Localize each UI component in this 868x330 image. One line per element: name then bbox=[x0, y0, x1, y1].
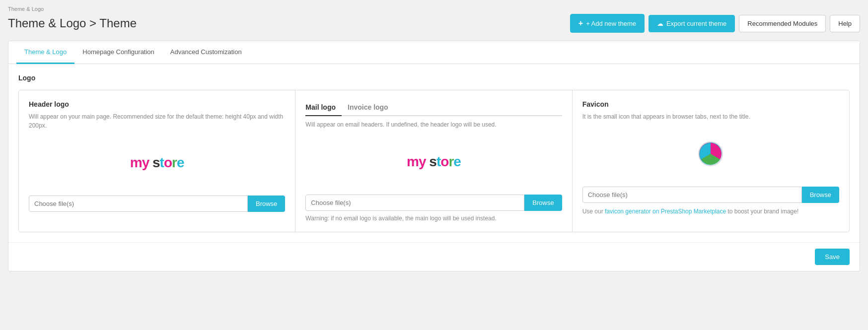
card-body: Logo Header logo Will appear on your mai… bbox=[8, 64, 860, 242]
header-logo-file-input[interactable] bbox=[29, 196, 248, 212]
tab-mail-logo[interactable]: Mail logo bbox=[305, 100, 342, 116]
mail-logo-browse-button[interactable]: Browse bbox=[524, 195, 562, 211]
add-theme-button[interactable]: + + Add new theme bbox=[570, 14, 645, 33]
header-logo-browse-button[interactable]: Browse bbox=[248, 196, 285, 212]
favicon-preview bbox=[582, 129, 839, 179]
page-title: Theme & Logo > Theme bbox=[8, 16, 137, 30]
help-button[interactable]: Help bbox=[830, 15, 860, 32]
header-logo-file-group: Browse bbox=[29, 196, 285, 212]
favicon-title: Favicon bbox=[582, 100, 839, 108]
favicon-file-group: Browse bbox=[582, 187, 839, 203]
mail-logo-image: my store bbox=[407, 154, 461, 170]
favicon-desc: It is the small icon that appears in bro… bbox=[582, 112, 839, 121]
main-card: Theme & Logo Homepage Configuration Adva… bbox=[8, 41, 860, 271]
header-logo-title: Header logo bbox=[29, 100, 285, 108]
save-button[interactable]: Save bbox=[815, 249, 850, 265]
favicon-generator-link[interactable]: favicon generator on PrestaShop Marketpl… bbox=[605, 208, 726, 215]
header-logo-desc: Will appear on your main page. Recommend… bbox=[29, 112, 285, 130]
favicon-inner bbox=[700, 143, 722, 165]
page-header: Theme & Logo > Theme + + Add new theme ☁… bbox=[8, 14, 860, 33]
export-theme-button[interactable]: ☁ Export current theme bbox=[649, 15, 735, 32]
favicon-image bbox=[698, 141, 723, 166]
cloud-download-icon: ☁ bbox=[657, 20, 663, 27]
logo-section-title: Logo bbox=[18, 74, 850, 82]
tab-invoice-logo[interactable]: Invoice logo bbox=[342, 100, 394, 116]
mail-logo-warning: Warning: if no email logo is available, … bbox=[305, 215, 562, 222]
header-logo-panel: Header logo Will appear on your main pag… bbox=[19, 90, 295, 232]
tabs-bar: Theme & Logo Homepage Configuration Adva… bbox=[8, 41, 860, 64]
favicon-info-text: Use our favicon generator on PrestaShop … bbox=[582, 207, 839, 216]
tab-advanced-customization[interactable]: Advanced Customization bbox=[162, 41, 250, 64]
mail-logo-preview: my store bbox=[305, 137, 562, 187]
plus-icon: + bbox=[579, 19, 583, 28]
favicon-file-input[interactable] bbox=[582, 187, 802, 203]
header-logo-preview: my store bbox=[29, 138, 285, 188]
recommended-modules-button[interactable]: Recommended Modules bbox=[739, 15, 826, 32]
mail-logo-file-group: Browse bbox=[305, 195, 562, 211]
mail-logo-tabs: Mail logo Invoice logo bbox=[305, 100, 562, 116]
mail-logo-file-input[interactable] bbox=[305, 195, 524, 211]
favicon-panel: Favicon It is the small icon that appear… bbox=[573, 90, 849, 232]
card-footer: Save bbox=[8, 242, 860, 271]
mail-logo-desc: Will appear on email headers. If undefin… bbox=[305, 120, 562, 129]
tab-homepage-config[interactable]: Homepage Configuration bbox=[74, 41, 162, 64]
header-actions: + + Add new theme ☁ Export current theme… bbox=[570, 14, 860, 33]
tab-theme-logo[interactable]: Theme & Logo bbox=[16, 41, 74, 64]
breadcrumb: Theme & Logo bbox=[8, 6, 860, 12]
logo-grid: Header logo Will appear on your main pag… bbox=[18, 90, 850, 232]
mail-logo-panel: Mail logo Invoice logo Will appear on em… bbox=[295, 90, 572, 232]
favicon-browse-button[interactable]: Browse bbox=[802, 187, 839, 203]
header-logo-image: my store bbox=[130, 155, 184, 171]
